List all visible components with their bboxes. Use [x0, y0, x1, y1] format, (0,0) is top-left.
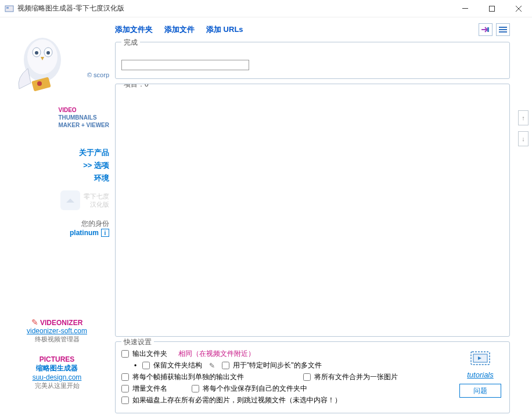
- tutorials-label: tutorials: [467, 370, 494, 379]
- save-own-label[interactable]: 将每个作业保存到自己的文件夹中: [203, 384, 307, 394]
- window-controls: [452, 0, 532, 17]
- use-time-checkbox[interactable]: [222, 362, 229, 369]
- pictures-title: PICTURES: [39, 355, 75, 363]
- increment-checkbox[interactable]: [121, 385, 129, 392]
- keep-structure-label[interactable]: 保留文件夹结构: [153, 361, 202, 370]
- svg-rect-14: [487, 27, 489, 32]
- copyright-label: © scorp: [87, 71, 109, 78]
- wand-icon: ✎: [31, 318, 38, 327]
- menu-icon: [499, 26, 507, 33]
- identity-value: platinum: [70, 229, 99, 237]
- info-icon[interactable]: i: [101, 229, 109, 237]
- options-link[interactable]: >> 选项: [79, 159, 109, 172]
- side-arrows: ↑ ↓: [518, 110, 529, 146]
- videonizer-desc: 终极视频管理器: [35, 336, 80, 343]
- merge-all-checkbox[interactable]: [303, 373, 311, 381]
- main-area: 添加文件夹 添加文件 添加 URLs 完成 项目：0 快速设置: [115, 22, 527, 413]
- skip-if-exists-label[interactable]: 如果磁盘上存在所有必需的图片，则跳过视频文件（未选中内容！）: [132, 395, 342, 405]
- question-button[interactable]: 问题: [459, 384, 501, 398]
- each-frame-checkbox[interactable]: [121, 373, 129, 381]
- svg-rect-2: [462, 8, 468, 9]
- suu-link[interactable]: suu-design.com: [33, 373, 82, 381]
- increment-label[interactable]: 增量文件名: [132, 384, 167, 394]
- videonizer-link[interactable]: videonizer-soft.com: [27, 327, 87, 335]
- keep-structure-checkbox[interactable]: [142, 362, 150, 369]
- each-frame-label[interactable]: 将每个帧捕获输出到单独的输出文件: [132, 372, 244, 382]
- move-up-button[interactable]: ↑: [518, 110, 529, 125]
- identity-label: 您的身份: [70, 219, 109, 229]
- same-location-link[interactable]: 相同（在视频文件附近）: [178, 349, 255, 359]
- logo-text: VIDEO THUMBNAILS MAKER + VIEWER: [58, 106, 109, 129]
- group-items: 项目：0: [115, 84, 510, 337]
- svg-point-11: [46, 51, 50, 55]
- save-own-checkbox[interactable]: [192, 385, 199, 392]
- progress-bar: [121, 60, 249, 70]
- svg-point-10: [35, 51, 38, 55]
- logo-area: © scorp: [10, 28, 109, 103]
- minimize-button[interactable]: [452, 0, 479, 17]
- add-file-link[interactable]: 添加文件: [164, 24, 195, 35]
- close-button[interactable]: [505, 0, 532, 17]
- videonizer-title: VIDEONIZER: [40, 319, 82, 327]
- titlebar: 视频缩略图生成器-零下七度汉化版: [0, 0, 532, 17]
- svg-rect-1: [6, 7, 9, 9]
- menu-button[interactable]: [496, 23, 510, 36]
- output-folder-label[interactable]: 输出文件夹: [132, 349, 167, 359]
- svg-point-13: [37, 81, 42, 86]
- group-quick-label: 快速设置: [121, 337, 154, 347]
- output-folder-checkbox[interactable]: [121, 350, 129, 358]
- svg-rect-16: [499, 29, 507, 30]
- add-urls-link[interactable]: 添加 URLs: [206, 24, 243, 35]
- pictures-sub: 缩略图生成器: [36, 364, 78, 372]
- sidebar: © scorp VIDEO THUMBNAILS MAKER + VIEWER …: [5, 22, 115, 413]
- environment-link[interactable]: 环境: [79, 172, 109, 185]
- svg-rect-17: [499, 31, 507, 33]
- suu-desc: 完美从这里开始: [35, 382, 80, 389]
- translator-credit: 零下七度 汉化版: [60, 190, 109, 210]
- translator-icon: [60, 190, 80, 210]
- svg-rect-15: [499, 27, 507, 28]
- bottom-links: ✎ VIDEONIZER videonizer-soft.com 终极视频管理器…: [5, 318, 109, 402]
- tutorials-icon: [468, 349, 493, 370]
- move-down-button[interactable]: ↓: [518, 131, 529, 146]
- svg-rect-3: [490, 6, 495, 11]
- sidebar-menu: 关于产品 >> 选项 环境: [79, 146, 109, 185]
- arrow-right-icon: [481, 26, 490, 33]
- owl-icon: [10, 28, 74, 98]
- group-complete: 完成: [115, 42, 510, 79]
- skip-if-exists-checkbox[interactable]: [121, 397, 129, 404]
- about-link[interactable]: 关于产品: [79, 146, 109, 159]
- use-time-label[interactable]: 用于"特定时间步长"的多文件: [233, 361, 322, 370]
- toolbar: 添加文件夹 添加文件 添加 URLs: [115, 22, 510, 37]
- run-button[interactable]: [479, 23, 493, 36]
- maximize-button[interactable]: [479, 0, 505, 17]
- add-folder-link[interactable]: 添加文件夹: [115, 24, 153, 35]
- merge-all-label[interactable]: 将所有文件合并为一张图片: [314, 372, 398, 382]
- group-complete-label: 完成: [121, 38, 140, 48]
- pencil-icon[interactable]: ✎: [209, 362, 215, 370]
- group-items-label: 项目：0: [121, 84, 151, 89]
- tutorials-button[interactable]: tutorials: [460, 349, 501, 379]
- group-quick-settings: 快速设置 输出文件夹 相同（在视频文件附近） • 保留文件夹结构 ✎ 用于": [115, 341, 510, 413]
- identity-section: 您的身份 platinum i: [70, 219, 109, 237]
- window-title: 视频缩略图生成器-零下七度汉化版: [17, 3, 452, 13]
- app-icon: [5, 4, 14, 13]
